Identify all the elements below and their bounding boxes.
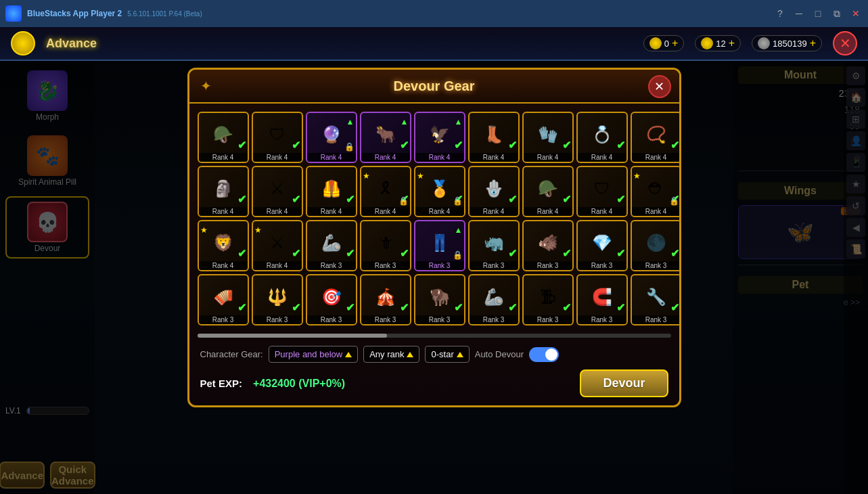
bag-plus[interactable]: + xyxy=(729,37,735,49)
gear-slot-3-7[interactable]: 🧲 ✔ Rank 3 xyxy=(576,274,628,325)
minimize-icon[interactable]: ─ xyxy=(792,7,806,20)
gear-icon-area: 🔧 ✔ xyxy=(632,278,679,315)
gear-slot-0-0[interactable]: 🪖 ✔ Rank 4 xyxy=(198,112,249,163)
upgrade-icon: ▲ xyxy=(455,117,463,127)
gear-slot-1-8[interactable]: ⛑ ★ ✔ 🔒 Rank 4 xyxy=(631,166,679,217)
gear-slot-3-4[interactable]: 🦬 ✔ Rank 3 xyxy=(414,274,465,325)
close-icon[interactable]: ✕ xyxy=(849,7,863,20)
coin-plus[interactable]: + xyxy=(672,37,678,49)
gear-icon-area: 🗿 ✔ xyxy=(199,170,248,207)
gear-rank: Rank 4 xyxy=(524,207,572,216)
gear-type-filter[interactable]: Purple and below xyxy=(269,346,358,363)
check-icon: ✔ xyxy=(400,247,409,260)
gear-icon-area: 🔱 ✔ xyxy=(253,278,302,315)
gear-image: 🦅 xyxy=(424,119,455,150)
gear-slot-1-3[interactable]: 🎗 ★ ✔ 🔒 Rank 4 xyxy=(360,166,411,217)
gear-slot-1-5[interactable]: 🪬 ✔ Rank 4 xyxy=(468,166,520,217)
gear-slot-0-4[interactable]: 🦅 ▲ ✔ Rank 4 xyxy=(414,112,465,163)
gear-rank: Rank 4 xyxy=(524,153,572,162)
gear-slot-2-8[interactable]: 🌑 ✔ Rank 3 xyxy=(631,220,679,271)
gear-slot-1-6[interactable]: 🪖 ✔ Rank 4 xyxy=(522,166,574,217)
bluestacks-logo xyxy=(5,5,22,22)
restore-icon[interactable]: □ xyxy=(811,7,825,20)
gear-slot-2-0[interactable]: 🦁 ★ ✔ Rank 4 xyxy=(198,220,249,271)
gear-slot-0-1[interactable]: 🛡 ✔ Rank 4 xyxy=(252,112,303,163)
auto-devour-toggle[interactable] xyxy=(529,347,559,362)
gear-slot-3-8[interactable]: 🔧 ✔ Rank 3 xyxy=(631,274,679,325)
gear-slot-0-2[interactable]: 🔮 ▲ 🔒 Rank 4 xyxy=(306,112,357,163)
gear-icon-area: 🪬 ✔ xyxy=(470,170,518,207)
modal-close-button[interactable]: ✕ xyxy=(648,75,671,98)
filter-row: Character Gear: Purple and below Any ran… xyxy=(200,346,668,363)
check-icon: ✔ xyxy=(237,247,246,260)
gear-slot-3-1[interactable]: 🔱 ✔ Rank 3 xyxy=(252,274,303,325)
gear-image: 🦺 xyxy=(316,173,346,204)
gear-image: 🏅 xyxy=(424,173,455,204)
gear-slot-2-2[interactable]: 🦾 ✔ Rank 3 xyxy=(306,220,357,271)
gem-plus[interactable]: + xyxy=(810,37,816,49)
check-icon: ✔ xyxy=(237,139,246,152)
gear-slot-3-3[interactable]: 🎪 ✔ Rank 3 xyxy=(360,274,411,325)
gear-slot-2-1[interactable]: ⚔ ★ ✔ Rank 4 xyxy=(252,220,303,271)
auto-devour-label: Auto Devour xyxy=(475,349,524,359)
check-icon: ✔ xyxy=(670,247,679,260)
gear-icon-area: 🧲 ✔ xyxy=(578,278,626,315)
check-icon: ✔ xyxy=(454,301,463,314)
gear-slot-1-2[interactable]: 🦺 ✔ Rank 4 xyxy=(306,166,357,217)
gear-rank: Rank 4 xyxy=(415,153,464,162)
title-bar: BlueStacks App Player 2 5.6.101.1001 P.6… xyxy=(0,0,868,27)
gear-slot-0-3[interactable]: 🐂 ▲ ✔ Rank 4 xyxy=(360,112,411,163)
app-name: BlueStacks App Player 2 xyxy=(27,9,122,18)
gear-slot-2-5[interactable]: 🦏 ✔ Rank 3 xyxy=(468,220,520,271)
toggle-thumb xyxy=(545,349,557,361)
game-logo xyxy=(11,31,35,55)
gear-icon-area: 💍 ✔ xyxy=(578,116,626,153)
bag-currency: 12 + xyxy=(695,35,741,51)
gear-slot-2-4[interactable]: 👖 ▲ 🔒 Rank 3 xyxy=(414,220,465,271)
gear-icon-area: 🪖 ✔ xyxy=(199,116,248,153)
gear-slot-0-6[interactable]: 🧤 ✔ Rank 4 xyxy=(522,112,574,163)
rank-filter[interactable]: Any rank xyxy=(363,346,419,363)
gear-slot-0-7[interactable]: 💍 ✔ Rank 4 xyxy=(576,112,628,163)
check-icon: ✔ xyxy=(292,301,300,314)
gear-slot-2-7[interactable]: 💎 ✔ Rank 3 xyxy=(576,220,628,271)
star-icon: ★ xyxy=(200,225,208,235)
check-icon: ✔ xyxy=(616,193,625,206)
star-icon: ★ xyxy=(363,171,370,181)
gear-slot-3-2[interactable]: 🎯 ✔ Rank 3 xyxy=(306,274,357,325)
gear-slot-2-3[interactable]: 🗡 ✔ Rank 3 xyxy=(360,220,411,271)
gear-slot-0-8[interactable]: 📿 ✔ Rank 4 xyxy=(631,112,679,163)
gear-slot-3-6[interactable]: 🗜 ✔ Rank 3 xyxy=(522,274,574,325)
gear-slot-3-5[interactable]: 🦾 ✔ Rank 3 xyxy=(468,274,520,325)
star-filter[interactable]: 0-star xyxy=(425,346,469,363)
devour-button[interactable]: Devour xyxy=(580,369,668,397)
check-icon: ✔ xyxy=(237,193,246,206)
header-close-button[interactable]: ✕ xyxy=(833,31,857,55)
check-icon: ✔ xyxy=(400,139,409,152)
gear-rank: Rank 4 xyxy=(578,153,626,162)
gear-slot-1-4[interactable]: 🏅 ★ ✔ 🔒 Rank 4 xyxy=(414,166,465,217)
scroll-thumb xyxy=(198,334,387,338)
lock-icon: 🔒 xyxy=(453,196,463,206)
check-icon: ✔ xyxy=(346,301,355,314)
gear-icon-area: ⚔ ✔ xyxy=(253,170,302,207)
gear-icon-area: 🐗 ✔ xyxy=(524,224,572,261)
gear-slot-2-6[interactable]: 🐗 ✔ Rank 3 xyxy=(522,220,574,271)
gear-slot-1-0[interactable]: 🗿 ✔ Rank 4 xyxy=(198,166,249,217)
gear-icon-area: 🪗 ✔ xyxy=(199,278,248,315)
check-icon: ✔ xyxy=(292,193,300,206)
gear-icon-area: 👢 ✔ xyxy=(470,116,518,153)
gear-slot-0-5[interactable]: 👢 ✔ Rank 4 xyxy=(468,112,520,163)
gear-slot-1-7[interactable]: 🛡 ✔ Rank 4 xyxy=(576,166,628,217)
gear-image: 🪖 xyxy=(532,173,563,204)
gear-icon-area: 🔮 ▲ 🔒 xyxy=(307,116,356,153)
exp-row: Pet EXP: +432400 (VIP+0%) Devour xyxy=(200,369,668,397)
gear-image: 🦾 xyxy=(478,282,509,312)
gear-slot-1-1[interactable]: ⚔ ✔ Rank 4 xyxy=(252,166,303,217)
gear-icon-area: 🦬 ✔ xyxy=(415,278,464,315)
gear-image: 🐂 xyxy=(370,119,401,150)
help-icon[interactable]: ? xyxy=(773,7,787,20)
maximize-icon[interactable]: ⧉ xyxy=(830,7,844,20)
gear-slot-3-0[interactable]: 🪗 ✔ Rank 3 xyxy=(198,274,249,325)
gear-icon-area: 📿 ✔ xyxy=(632,116,679,153)
